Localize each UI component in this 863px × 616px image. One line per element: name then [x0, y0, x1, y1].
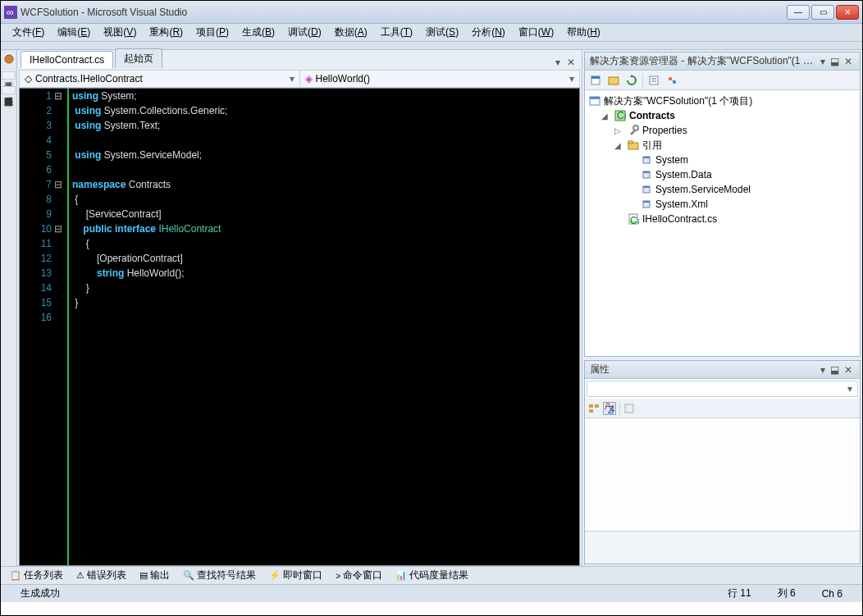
code-line[interactable]: string HelloWorld(); [72, 266, 579, 281]
tab-icon: 📊 [395, 570, 407, 581]
menu-v[interactable]: 视图(V) [97, 24, 143, 41]
type-selector-text: Contracts.IHelloContract [35, 73, 143, 84]
sort-alpha-icon[interactable]: AZ [603, 402, 616, 415]
line-number: 6 [20, 162, 62, 177]
tree-solution-node[interactable]: 解决方案"WCFSolution"(1 个项目) [588, 94, 856, 108]
code-line[interactable]: using System.Text; [72, 118, 579, 133]
properties-object-selector[interactable]: ▾ [587, 381, 858, 397]
bottom-tab-2[interactable]: ▤输出 [134, 566, 176, 585]
svg-rect-32 [589, 409, 593, 413]
menu-e[interactable]: 编辑(E) [51, 24, 97, 41]
dropdown-arrow-icon: ▾ [569, 73, 574, 84]
svg-rect-18 [628, 141, 632, 144]
code-line[interactable]: { [72, 192, 579, 207]
code-line[interactable] [72, 310, 579, 325]
properties-title: 属性 [590, 363, 818, 376]
menu-n[interactable]: 分析(N) [465, 24, 512, 41]
app-icon: ∞ [4, 6, 17, 19]
bottom-tab-0[interactable]: 📋任务列表 [4, 566, 69, 585]
code-editor[interactable]: 1⊟2 3 4 5 6 7⊟8 9 10⊟11 12 13 14 15 16 u… [19, 88, 580, 566]
menu-a[interactable]: 数据(A) [328, 24, 374, 41]
menu-s[interactable]: 测试(S) [419, 24, 465, 41]
menu-b[interactable]: 生成(B) [235, 24, 281, 41]
code-line[interactable]: [ServiceContract] [72, 207, 579, 221]
properties-icon[interactable] [588, 73, 603, 88]
tab-close-icon[interactable]: ✕ [564, 57, 578, 68]
type-selector[interactable]: ◇ Contracts.IHelloContract ▾ [20, 71, 300, 87]
bottom-tab-5[interactable]: >命令窗口 [330, 566, 388, 585]
bottom-tab-4[interactable]: ⚡即时窗口 [263, 566, 328, 585]
refresh-icon[interactable] [624, 73, 639, 88]
bottom-tab-6[interactable]: 📊代码度量结果 [390, 566, 474, 585]
code-body[interactable]: using System; using System.Collections.G… [69, 89, 579, 565]
menu-bar: 文件(F)编辑(E)视图(V)重构(R)项目(P)生成(B)调试(D)数据(A)… [1, 24, 862, 42]
categorize-icon[interactable] [588, 403, 600, 414]
code-line[interactable]: using System.Collections.Generic; [72, 103, 579, 118]
line-number: 4 [20, 133, 62, 148]
code-line[interactable]: using System.ServiceModel; [72, 148, 579, 162]
menu-w[interactable]: 窗口(W) [512, 24, 560, 41]
reference-icon [640, 153, 653, 167]
menu-f[interactable]: 文件(F) [6, 24, 51, 41]
bottom-tab-label: 错误列表 [87, 568, 126, 582]
view-diagram-icon[interactable] [664, 73, 679, 88]
panel-close-icon[interactable]: ✕ [842, 364, 855, 376]
file-tab-start-page[interactable]: 起始页 [115, 48, 162, 68]
property-pages-icon[interactable] [623, 403, 635, 414]
code-line[interactable] [72, 162, 579, 177]
panel-close-icon[interactable]: ✕ [842, 56, 855, 67]
menu-p[interactable]: 项目(P) [189, 24, 235, 41]
bottom-tab-3[interactable]: 🔍查找符号结果 [177, 566, 262, 585]
show-all-icon[interactable] [606, 73, 621, 88]
code-line[interactable]: } [72, 295, 579, 310]
panel-dropdown-icon[interactable]: ▾ [818, 56, 828, 67]
tree-reference-item[interactable]: System.ServiceModel [588, 182, 856, 197]
panel-pin-icon[interactable]: ⬓ [828, 364, 842, 376]
code-line[interactable]: } [72, 281, 579, 295]
code-line[interactable]: [OperationContract] [72, 251, 579, 266]
code-line[interactable]: { [72, 236, 579, 251]
line-number: 5 [20, 148, 62, 162]
tree-file-label: IHelloContract.cs [642, 213, 717, 225]
properties-header: 属性 ▾ ⬓ ✕ [585, 361, 860, 379]
member-selector[interactable]: ◈ HelloWorld() ▾ [300, 71, 580, 87]
tree-reference-label: System [655, 154, 688, 166]
menu-h[interactable]: 帮助(H) [560, 24, 607, 41]
view-code-icon[interactable] [646, 73, 661, 88]
tree-reference-item[interactable]: System.Xml [588, 197, 856, 212]
tree-solution-label: 解决方案"WCFSolution"(1 个项目) [604, 94, 752, 108]
minimize-button[interactable]: — [787, 5, 810, 20]
reference-icon [640, 198, 653, 211]
code-line[interactable]: using System; [72, 89, 579, 103]
bottom-tab-1[interactable]: ⚠错误列表 [71, 566, 132, 585]
tree-references-node[interactable]: ◢ 引用 [588, 138, 856, 153]
code-line[interactable]: namespace Contracts [72, 177, 579, 192]
tab-dropdown-icon[interactable]: ▾ [552, 57, 564, 68]
expand-icon[interactable]: ◢ [601, 112, 611, 121]
code-line[interactable] [72, 133, 579, 148]
tree-properties-node[interactable]: ▷ Properties [588, 123, 856, 138]
maximize-button[interactable]: ▭ [811, 5, 834, 20]
svg-text:C#: C# [630, 215, 639, 225]
menu-r[interactable]: 重构(R) [143, 24, 189, 41]
left-tab-server-explorer[interactable]: 服务器资源管理器 [2, 86, 16, 94]
expand-icon[interactable]: ▷ [614, 126, 624, 135]
close-button[interactable]: ✕ [836, 5, 859, 20]
panel-dropdown-icon[interactable]: ▾ [818, 364, 828, 376]
tree-file-node[interactable]: C# IHelloContract.cs [588, 212, 856, 226]
left-tab-toolbox[interactable]: 工具箱 [2, 71, 16, 80]
solution-tree[interactable]: 解决方案"WCFSolution"(1 个项目) ◢ C# Contracts … [585, 90, 860, 356]
status-bar: 生成成功 行 11 列 6 Ch 6 [1, 584, 862, 602]
properties-grid[interactable] [585, 418, 860, 531]
svg-point-2 [5, 55, 13, 63]
tree-reference-item[interactable]: System.Data [588, 167, 856, 182]
tree-reference-item[interactable]: System [588, 153, 856, 167]
code-line[interactable]: public interface IHelloContract [72, 221, 579, 236]
panel-pin-icon[interactable]: ⬓ [828, 56, 842, 67]
expand-icon[interactable]: ◢ [614, 141, 624, 150]
menu-t[interactable]: 工具(T) [374, 24, 419, 41]
pin-icon[interactable] [3, 53, 15, 65]
menu-d[interactable]: 调试(D) [281, 24, 328, 41]
tree-project-node[interactable]: ◢ C# Contracts [588, 108, 856, 123]
file-tab-active[interactable]: IHelloContract.cs [21, 51, 113, 68]
